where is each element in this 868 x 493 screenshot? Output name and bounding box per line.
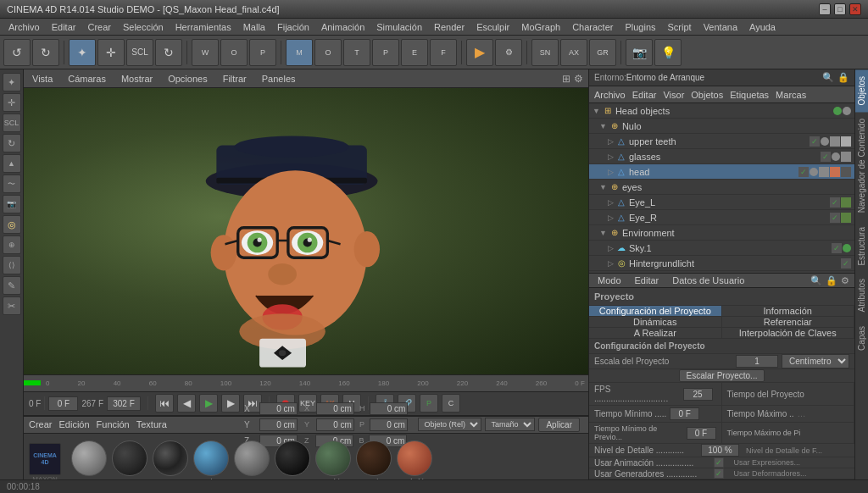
sidebar-camera-icon[interactable]: 📷 <box>3 195 21 213</box>
render-view-button[interactable]: ▶ <box>466 39 493 66</box>
sidebar-select-icon[interactable]: ✦ <box>3 73 21 91</box>
tex-mode-button[interactable]: T <box>343 39 370 66</box>
sidebar-knife-icon[interactable]: ✂ <box>3 296 21 315</box>
menu-plugins[interactable]: Plugins <box>620 20 660 34</box>
scale-input[interactable] <box>736 355 778 368</box>
close-button[interactable]: ✕ <box>849 3 861 15</box>
gen-checkbox[interactable]: ✓ <box>714 468 724 479</box>
mat-tab-edicion[interactable]: Edición <box>59 419 90 429</box>
config-btn-dinamicas[interactable]: Dinámicas <box>589 317 722 327</box>
omgr-etiquetas[interactable]: Etiquetas <box>730 90 769 100</box>
menu-fijacion[interactable]: Fijación <box>272 20 314 34</box>
menu-editar[interactable]: Editar <box>47 20 81 34</box>
attr-lock-icon[interactable]: 🔒 <box>826 275 837 286</box>
obj-coord-button[interactable]: O <box>220 39 248 66</box>
coord-y-input[interactable] <box>259 418 298 431</box>
menu-ventana[interactable]: Ventana <box>698 20 743 34</box>
omgr-marcas[interactable]: Marcas <box>776 90 806 100</box>
timeline-tool-4[interactable]: C <box>442 394 460 413</box>
env-search-icon[interactable]: 🔍 <box>822 72 834 83</box>
menu-herramientas[interactable]: Herramientas <box>170 20 236 34</box>
go-start-button[interactable]: ⏮ <box>155 394 174 413</box>
mat-tab-funcion[interactable]: Función <box>97 419 130 429</box>
fps-input[interactable] <box>683 388 713 401</box>
obj-eye-r[interactable]: ▷ △ Eye_R ✓ <box>589 210 854 225</box>
coord-h2-input[interactable] <box>370 402 408 415</box>
omgr-visor[interactable]: Visor <box>663 90 684 100</box>
snap-button[interactable]: SN <box>531 39 559 66</box>
rotate-button[interactable]: ↻ <box>155 39 182 66</box>
apply-button[interactable]: Aplicar <box>538 418 580 432</box>
object-list-container[interactable]: ▼ ⊞ Head objects ▼ ⊕ Nulo <box>589 103 854 273</box>
obj-eyes[interactable]: ▼ ⊕ eyes <box>589 180 854 195</box>
viewport-3d[interactable] <box>24 88 588 374</box>
obj-head[interactable]: ▷ △ head ✓ <box>589 164 854 180</box>
model-mode-button[interactable]: M <box>286 39 313 66</box>
obj-upper-teeth[interactable]: ▷ △ upper teeth ✓ <box>589 134 854 149</box>
scale-unit-select[interactable]: Centímetros <box>782 354 849 368</box>
viewport-settings-icon[interactable]: ⚙ <box>574 73 583 85</box>
sidebar-transform-icon[interactable]: ✛ <box>3 93 21 112</box>
undo-button[interactable]: ↺ <box>3 39 31 66</box>
axis-button[interactable]: AX <box>560 39 587 66</box>
anim-checkbox[interactable]: ✓ <box>714 457 724 468</box>
sidebar-spline-icon[interactable]: 〜 <box>3 174 21 193</box>
config-btn-arealizar[interactable]: A Realizar <box>589 328 722 338</box>
omgr-objetos[interactable]: Objetos <box>691 90 723 100</box>
coord-p-input[interactable] <box>316 418 354 431</box>
mat-tab-crear[interactable]: Crear <box>29 419 53 429</box>
play-button[interactable]: ▶ <box>199 394 218 413</box>
omgr-editar[interactable]: Editar <box>632 90 657 100</box>
sidebar-polygon-icon[interactable]: ▲ <box>3 154 21 173</box>
menu-seleccion[interactable]: Selección <box>118 20 169 34</box>
menu-character[interactable]: Character <box>567 20 618 34</box>
menu-animacion[interactable]: Animación <box>316 20 370 34</box>
next-frame-button[interactable]: ▶ <box>221 394 240 413</box>
scale-button[interactable]: SCL <box>126 39 153 66</box>
menu-archivo[interactable]: Archivo <box>3 20 45 34</box>
obj-sky[interactable]: ▷ ☁ Sky.1 ✓ <box>589 241 854 256</box>
menu-ayuda[interactable]: Ayuda <box>744 20 781 34</box>
light-button[interactable]: 💡 <box>654 39 682 66</box>
tmin-input[interactable] <box>670 407 699 420</box>
attr-tab-modo[interactable]: Modo <box>594 274 625 287</box>
coord-x-input[interactable] <box>259 402 298 415</box>
minimize-button[interactable]: – <box>819 3 831 15</box>
obj-nulo[interactable]: ▼ ⊕ Nulo <box>589 119 854 134</box>
vtab-capas[interactable]: Capas <box>855 319 868 357</box>
move-button[interactable]: ✛ <box>97 39 125 66</box>
grid-button[interactable]: GR <box>589 39 616 66</box>
timeline-tool-3[interactable]: P <box>420 394 438 413</box>
tab-paneles[interactable]: Paneles <box>259 72 299 86</box>
obj-eye-l[interactable]: ▷ △ Eye_L ✓ <box>589 195 854 210</box>
attr-settings-icon[interactable]: ⚙ <box>841 275 849 286</box>
coord-p2-input[interactable] <box>370 418 408 431</box>
vtab-objetos[interactable]: Objetos <box>855 69 868 112</box>
menu-simulacion[interactable]: Simulación <box>371 20 427 34</box>
maximize-button[interactable]: □ <box>834 3 846 15</box>
coord-h-input[interactable] <box>316 402 354 415</box>
scale-project-button[interactable]: Escalar Proyecto... <box>679 369 765 382</box>
obj-mode-button[interactable]: O <box>314 39 342 66</box>
object-select[interactable]: Objeto (Rel) <box>418 418 481 431</box>
sidebar-deform-icon[interactable]: ⟨⟩ <box>3 256 21 274</box>
viewport-expand-icon[interactable]: ⊞ <box>562 73 570 85</box>
attr-tab-editar[interactable]: Editar <box>632 274 663 287</box>
menu-esculpir[interactable]: Esculpir <box>471 20 515 34</box>
sidebar-null-icon[interactable]: ⊕ <box>3 235 21 254</box>
config-btn-project[interactable]: Configuración del Proyecto <box>589 306 722 316</box>
attr-search-icon[interactable]: 🔍 <box>810 275 822 286</box>
attr-tab-datos[interactable]: Datos de Usuario <box>669 274 748 287</box>
tprev-input[interactable] <box>687 427 716 440</box>
current-frame-input[interactable] <box>48 396 78 411</box>
tab-filtrar[interactable]: Filtrar <box>220 72 250 86</box>
redo-button[interactable]: ↻ <box>32 39 59 66</box>
tab-camaras[interactable]: Cámaras <box>64 72 109 86</box>
tab-mostrar[interactable]: Mostrar <box>118 72 156 86</box>
menu-crear[interactable]: Crear <box>82 20 116 34</box>
obj-head-objects[interactable]: ▼ ⊞ Head objects <box>589 103 854 119</box>
obj-hintergrundlicht[interactable]: ▷ ◎ Hintergrundlicht ✓ <box>589 256 854 271</box>
vtab-atributos[interactable]: Atributos <box>855 272 868 319</box>
config-btn-info[interactable]: Información <box>722 306 855 316</box>
config-btn-referenciar[interactable]: Referenciar <box>722 317 855 327</box>
